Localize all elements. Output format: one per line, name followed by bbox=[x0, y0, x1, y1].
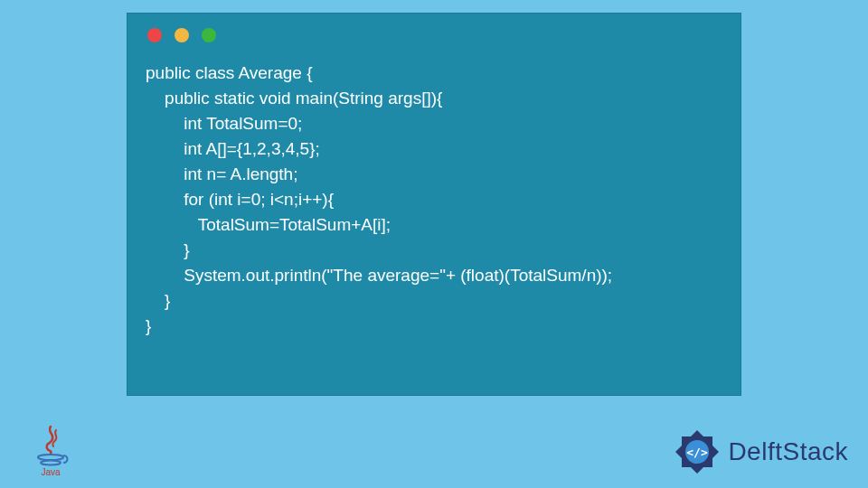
code-line: int n= A.length; bbox=[146, 164, 297, 183]
svg-text:</>: </> bbox=[687, 446, 709, 459]
delftstack-logo-icon: </> bbox=[672, 427, 722, 477]
minimize-icon bbox=[175, 28, 189, 42]
maximize-icon bbox=[202, 28, 216, 42]
code-line: } bbox=[146, 291, 170, 310]
code-line: TotalSum=TotalSum+A[i]; bbox=[146, 215, 391, 234]
code-line: for (int i=0; i<n;i++){ bbox=[146, 190, 334, 209]
svg-point-1 bbox=[41, 461, 61, 465]
code-line: int A[]={1,2,3,4,5}; bbox=[146, 139, 320, 158]
close-icon bbox=[147, 28, 162, 42]
brand-name: DelftStack bbox=[728, 437, 848, 466]
code-line: } bbox=[146, 316, 151, 335]
java-label: Java bbox=[41, 467, 61, 477]
delftstack-brand: </> DelftStack bbox=[672, 427, 848, 477]
code-line: public static void main(String args[]){ bbox=[146, 89, 442, 108]
code-line: } bbox=[146, 240, 190, 259]
code-line: public class Average { bbox=[146, 63, 313, 82]
window-controls bbox=[127, 14, 741, 42]
java-logo-icon: Java bbox=[29, 425, 72, 477]
code-line: System.out.println("The average="+ (floa… bbox=[146, 266, 612, 285]
code-block: public class Average { public static voi… bbox=[127, 42, 741, 339]
svg-point-0 bbox=[38, 455, 63, 460]
code-line: int TotalSum=0; bbox=[146, 114, 302, 133]
code-window: public class Average { public static voi… bbox=[127, 13, 741, 396]
